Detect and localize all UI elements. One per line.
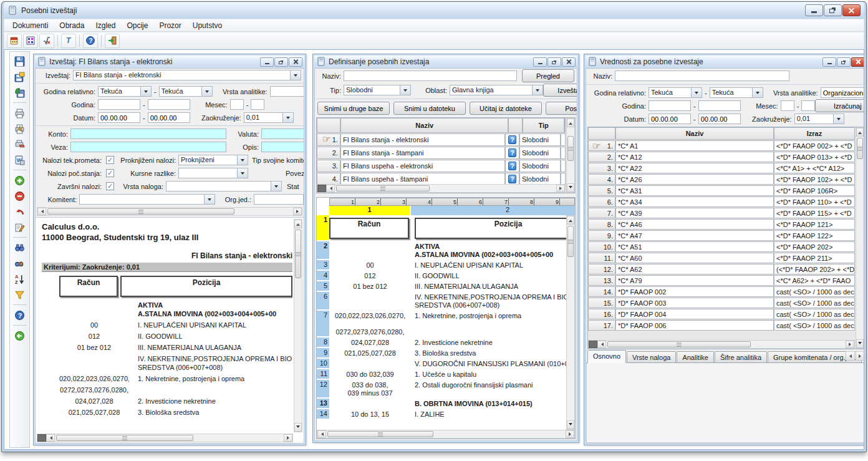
export-data-button[interactable] — [12, 85, 27, 99]
horizontal-scrollbar[interactable] — [37, 207, 302, 216]
godina-rel-from-select[interactable]: Tekuća — [649, 87, 702, 98]
question-icon[interactable]: ? — [508, 135, 516, 144]
grid-body[interactable]: 1 Račun Pozicija 2 AKTIVA A.STALNA IMOVI… — [317, 215, 575, 430]
scroll-up-icon[interactable] — [567, 216, 574, 225]
grid-cell-racun[interactable]: 012 — [329, 271, 411, 281]
row-header[interactable]: 2 — [317, 241, 329, 260]
scroll-right-icon[interactable] — [846, 341, 854, 348]
godina-to-input[interactable] — [148, 99, 190, 110]
row-header[interactable]: 9 — [317, 348, 329, 359]
vertical-scrollbar[interactable] — [294, 219, 302, 432]
grid-cell-pozicija[interactable]: AKTIVA A.STALNA IMOVINA (002+003+004+005… — [411, 241, 575, 260]
sort-az-button[interactable]: AZ — [12, 272, 27, 286]
grid-row[interactable]: 9 021,025,027,028 3. Biološka sredstva — [317, 348, 566, 359]
zaokruzenje-select[interactable]: 0,01 — [794, 114, 844, 124]
grid-row[interactable]: 3 00 I. NEUPLAĆENI UPISANI KAPITAL — [317, 260, 566, 271]
menu-item[interactable]: Dokumenti — [7, 20, 54, 31]
row-header[interactable]: 4 — [317, 271, 329, 281]
row-header[interactable]: 10 — [317, 359, 329, 369]
help-side-button[interactable]: ? — [12, 308, 27, 322]
datum-from-input[interactable] — [649, 114, 691, 124]
godina-rel-from-select[interactable]: Tekuća — [98, 86, 152, 97]
chevron-down-icon[interactable] — [400, 85, 411, 95]
ucitaj-iz-datoteke-button[interactable]: Učitaj iz datoteke — [470, 102, 542, 115]
opis-input[interactable] — [261, 142, 304, 152]
chevron-down-icon[interactable] — [238, 155, 248, 165]
restore-button[interactable] — [547, 57, 561, 67]
chevron-down-icon[interactable] — [271, 181, 282, 192]
table-row[interactable]: 9. *C* A47 <*D* FAAOP 122> — [588, 230, 855, 241]
grid-cell-racun[interactable]: 033 do 038, 039 minus 037 — [329, 380, 411, 399]
print-fast-button[interactable] — [12, 122, 27, 135]
minimize-button[interactable] — [260, 57, 274, 67]
table-row[interactable]: 10. *C* A51 <*D* FAAOP 202> — [588, 241, 855, 252]
horizontal-scrollbar[interactable] — [317, 184, 566, 193]
godina-from-input[interactable] — [98, 99, 140, 110]
doc-export-button[interactable]: W — [12, 153, 27, 167]
valuta-input[interactable] — [261, 129, 304, 139]
vrsta-analitike-input[interactable] — [270, 86, 304, 97]
horizontal-scrollbar[interactable] — [37, 434, 293, 442]
row-header[interactable]: 6 — [317, 292, 329, 311]
values-window-titlebar[interactable]: Vrednosti za posebne izvestaje — [586, 56, 864, 68]
definition-window-titlebar[interactable]: Definisanje posebnih izvestaja — [314, 56, 577, 68]
grid-cell-racun[interactable]: 024,027,028 — [329, 337, 411, 348]
grid-cell-pozicija[interactable]: 2. Ostali dugoročni finansijski plasmani — [411, 380, 575, 399]
minimize-button[interactable] — [533, 57, 547, 67]
table-row[interactable]: 17. *D* FAAOP 006 cast( <SO> / 1000 as d… — [588, 319, 855, 331]
menu-item[interactable]: Obrada — [54, 20, 90, 31]
row-header[interactable]: 13 — [317, 399, 329, 409]
tab-scroll-right-icon[interactable] — [856, 351, 864, 361]
chevron-down-icon[interactable] — [141, 86, 152, 97]
row-header[interactable]: 5 — [317, 281, 329, 292]
grid-row[interactable]: 7 020,022,023,026,0270, 0272,0273,0276,0… — [317, 311, 566, 337]
report-window-titlebar[interactable]: Izveštaj: FI Bilans stanja - elektronski — [35, 56, 304, 68]
list-item[interactable]: ☞1. FI Bilans stanja - elektronski ? Slo… — [317, 133, 566, 146]
chevron-down-icon[interactable] — [238, 168, 248, 178]
font-button[interactable]: T — [61, 34, 76, 48]
scroll-left-icon[interactable] — [46, 434, 55, 442]
tab[interactable]: Šifre analitika — [715, 351, 767, 362]
minimize-button[interactable] — [822, 57, 836, 67]
grid-row[interactable]: 8 024,027,028 2. Investicione nekretnine — [317, 337, 566, 348]
row-header[interactable]: 12 — [317, 380, 329, 399]
vertical-scrollbar[interactable] — [566, 215, 575, 430]
add-button[interactable] — [12, 173, 27, 187]
print-button[interactable] — [12, 106, 27, 120]
godina-rel-to-select[interactable]: Tekuća — [710, 87, 763, 98]
zaokruzenje-select[interactable]: 0,01 — [244, 112, 294, 123]
formula-button[interactable] — [39, 34, 54, 48]
grid-cell-pozicija[interactable]: II. GOODWILL — [411, 271, 575, 281]
minimize-button[interactable] — [805, 4, 823, 16]
horizontal-scrollbar[interactable] — [588, 340, 855, 349]
godina-rel-to-select[interactable]: Tekuća — [159, 86, 213, 97]
oblast-select[interactable]: Glavna knjiga — [450, 85, 543, 95]
close-button[interactable] — [851, 57, 864, 67]
restore-button[interactable] — [824, 4, 842, 16]
kursne-select[interactable] — [178, 168, 248, 178]
close-button[interactable] — [289, 57, 302, 67]
grid-row[interactable]: 2 AKTIVA A.STALNA IMOVINA (002+003+004+0… — [317, 241, 566, 260]
izracunaj-button[interactable]: Izračunaj — [815, 99, 864, 112]
grid-cell-racun[interactable] — [329, 241, 411, 260]
question-icon[interactable]: ? — [508, 175, 516, 183]
grid-row[interactable]: 5 01 bez 012 III. NEMATERIJALNA ULAGANJA — [317, 281, 566, 292]
scroll-right-icon[interactable] — [293, 208, 302, 215]
grid-cell-pozicija[interactable]: 1. Nekretnine, postrojenja i oprema — [411, 311, 575, 337]
table-row[interactable]: 2. *C* A12 <*D* FAAOP 013> + <*D — [588, 151, 855, 162]
filter-button[interactable] — [12, 288, 27, 301]
grid-row[interactable]: 10 V. DUGOROČNI FINANSIJSKI PLASMANI (01… — [317, 359, 566, 369]
mesec-from-input[interactable] — [230, 99, 244, 110]
tab-scroll-left-icon[interactable] — [846, 351, 855, 361]
orgjed-input[interactable] — [254, 194, 304, 205]
undo-button[interactable] — [12, 205, 27, 218]
pregled-button[interactable]: Pregled — [522, 69, 574, 82]
zavrsni-checkbox[interactable]: ✓ — [106, 182, 114, 190]
chart-button[interactable] — [23, 34, 38, 48]
menu-item[interactable]: Prozor — [153, 20, 186, 31]
table-row[interactable]: 3. *C* A22 <*C* A1> + <*C* A12> — [588, 162, 855, 173]
table-row[interactable]: 16. *D* FAAOP 004 cast( <SO> / 1000 as d… — [588, 308, 855, 319]
konto-input[interactable] — [70, 129, 226, 139]
nalozi-tek-checkbox[interactable]: ✓ — [106, 156, 114, 164]
grid-cell-racun[interactable]: 10 do 13, 15 — [329, 409, 411, 420]
